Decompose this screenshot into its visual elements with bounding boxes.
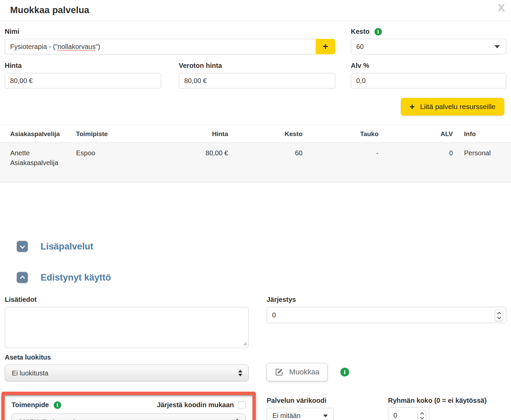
number-stepper[interactable] [495, 310, 503, 321]
caret-down-icon [494, 45, 500, 48]
order-input[interactable]: 0 [267, 307, 506, 323]
classification-label: Aseta luokitus [5, 353, 249, 361]
vat-input[interactable]: 0,0 [351, 73, 506, 88]
classification-select[interactable]: Ei luokitusta [5, 365, 249, 382]
highlight-red-box: Toimenpide i Järjestä koodin mukaan 300F… [1, 392, 256, 420]
expand-additional-services-button[interactable] [16, 240, 28, 253]
color-code-label: Palvelun värikoodi [267, 397, 334, 404]
table-header-row: Asiakaspalvelija Toimipiste Hinta Kesto … [0, 125, 511, 143]
duration-label: Kesto [351, 28, 370, 35]
col-hinta: Hinta [144, 125, 228, 143]
order-value: 0 [272, 311, 276, 319]
plus-icon: + [323, 42, 328, 52]
duration-value: 60 [356, 43, 364, 51]
cell-tauko: - [302, 143, 379, 182]
name-value-prefix: Fysioterapia - (" [10, 43, 57, 51]
details-label: Lisätiedot [5, 296, 249, 304]
net-price-value: 80,00 € [184, 77, 207, 85]
attach-service-label: Liitä palvelu resursseille [420, 103, 495, 111]
section-advanced-usage[interactable]: Edistynyt käyttö [41, 272, 111, 283]
details-textarea[interactable] [5, 307, 249, 348]
price-value: 80,00 € [10, 77, 33, 85]
col-info: Info [453, 125, 511, 143]
sort-by-code-label: Järjestä koodin mukaan [157, 401, 234, 409]
color-code-dropdown[interactable]: Ei mitään [267, 408, 334, 420]
order-label: Järjestys [267, 296, 506, 304]
sort-by-code-checkbox[interactable] [238, 401, 246, 409]
cell-alv: 0 [379, 143, 453, 182]
close-icon[interactable]: X [498, 1, 505, 14]
col-alv: ALV [379, 125, 453, 143]
cell-asiakaspalvelija: Anette Asiakaspalvelija [0, 143, 76, 182]
select-arrows-icon [235, 419, 239, 420]
duration-select[interactable]: 60 [351, 39, 506, 54]
edit-button[interactable]: Muokkaa [267, 363, 327, 381]
net-price-label: Veroton hinta [179, 62, 335, 70]
section-additional-services[interactable]: Lisäpalvelut [41, 241, 93, 252]
attach-service-button[interactable]: + Liitä palvelu resursseille [401, 98, 504, 115]
group-size-input[interactable]: 0 [388, 407, 429, 420]
modal-title: Muokkaa palvelua [10, 5, 89, 16]
col-asiakaspalvelija: Asiakaspalvelija [0, 125, 76, 143]
info-icon[interactable]: i [374, 28, 382, 35]
color-code-value: Ei mitään [272, 412, 300, 420]
col-toimipiste: Toimipiste [76, 125, 144, 143]
name-value-suffix: ") [96, 43, 100, 51]
price-label: Hinta [5, 62, 161, 70]
edit-service-modal: Muokkaa palvelua X Nimi Fysioterapia - (… [0, 0, 511, 420]
group-size-label: Ryhmän koko (0 = ei käytössä) [388, 397, 487, 404]
procedure-select[interactable]: 300FY: Fysioterapia [11, 414, 246, 420]
group-size-value: 0 [393, 412, 397, 419]
collapse-advanced-button[interactable] [16, 271, 28, 284]
name-label: Nimi [5, 28, 335, 35]
table-row[interactable]: Anette Asiakaspalvelija Espoo 80,00 € 60… [0, 143, 511, 182]
number-stepper[interactable] [418, 410, 426, 420]
cell-kesto: 60 [228, 143, 302, 182]
classification-value: Ei luokitusta [12, 369, 48, 377]
name-value-misspelled: nollakorvaus [57, 43, 95, 51]
edit-button-label: Muokkaa [289, 368, 319, 376]
add-name-button[interactable]: + [316, 39, 335, 54]
resources-table: Asiakaspalvelija Toimipiste Hinta Kesto … [0, 125, 511, 182]
net-price-input[interactable]: 80,00 € [179, 73, 335, 88]
price-input[interactable]: 80,00 € [5, 73, 161, 88]
vat-label: Alv % [351, 62, 506, 70]
select-arrows-icon [238, 370, 242, 376]
info-icon[interactable]: i [54, 401, 61, 409]
edit-pencil-icon [275, 368, 284, 376]
cell-info: Personal [453, 143, 511, 182]
vat-value: 0,0 [356, 77, 366, 85]
chevron-down-icon [20, 243, 25, 249]
caret-down-icon [323, 415, 328, 417]
procedure-label: Toimenpide [11, 401, 49, 409]
col-kesto: Kesto [228, 125, 302, 143]
cell-hinta: 80,00 € [144, 143, 228, 182]
col-tauko: Tauko [302, 125, 379, 143]
plus-icon: + [410, 102, 415, 112]
cell-toimipiste: Espoo [76, 143, 144, 182]
chevron-up-icon [20, 275, 25, 281]
modal-header: Muokkaa palvelua X [0, 0, 511, 21]
info-icon[interactable]: i [340, 368, 349, 376]
procedure-value: 300FY: Fysioterapia [19, 418, 79, 420]
name-input[interactable]: Fysioterapia - ("nollakorvaus") [5, 39, 316, 54]
